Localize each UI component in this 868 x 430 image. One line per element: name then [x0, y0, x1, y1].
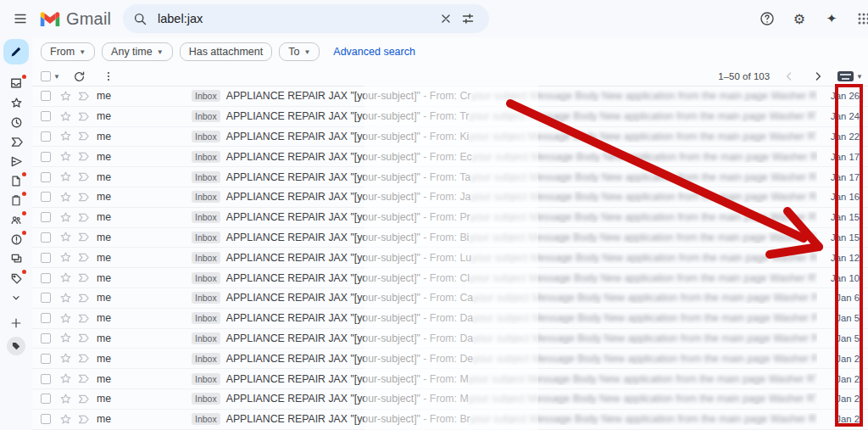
importance-marker-icon[interactable] — [76, 110, 91, 123]
row-checkbox[interactable] — [41, 111, 51, 121]
importance-marker-icon[interactable] — [76, 413, 91, 426]
star-icon[interactable] — [58, 170, 72, 183]
row-checkbox[interactable] — [41, 192, 51, 202]
sidebar-item-important[interactable] — [6, 135, 26, 148]
row-checkbox[interactable] — [41, 232, 51, 243]
filter-chip-to[interactable]: To▼ — [279, 42, 320, 61]
row-checkbox[interactable] — [41, 253, 51, 263]
sidebar-item-chats[interactable] — [6, 252, 26, 265]
email-row[interactable]: me Inbox APPLIANCE REPAIR JAX "[your-sub… — [32, 87, 868, 107]
star-icon[interactable] — [58, 312, 72, 325]
advanced-search-link[interactable]: Advanced search — [333, 46, 415, 58]
settings-gear-icon[interactable]: ⚙ — [787, 7, 811, 31]
older-page-icon[interactable] — [809, 67, 827, 86]
more-options-icon[interactable] — [99, 67, 118, 86]
add-label-icon[interactable] — [6, 316, 26, 330]
star-icon[interactable] — [58, 332, 72, 344]
select-all-checkbox[interactable] — [41, 71, 51, 81]
email-row[interactable]: me Inbox APPLIANCE REPAIR JAX "[your-sub… — [32, 187, 868, 208]
row-checkbox[interactable] — [41, 212, 51, 222]
newer-page-icon[interactable] — [780, 67, 798, 86]
email-row[interactable]: me Inbox APPLIANCE REPAIR JAX "[your-sub… — [32, 349, 868, 369]
email-row[interactable]: me Inbox APPLIANCE REPAIR JAX "[your-sub… — [32, 329, 868, 349]
filter-chip-any-time[interactable]: Any time▼ — [102, 42, 173, 61]
star-icon[interactable] — [58, 90, 72, 103]
row-checkbox[interactable] — [41, 313, 51, 323]
refresh-icon[interactable] — [70, 67, 89, 86]
importance-marker-icon[interactable] — [76, 271, 91, 284]
compose-button[interactable] — [3, 39, 29, 64]
star-icon[interactable] — [58, 231, 72, 243]
email-row[interactable]: me Inbox APPLIANCE REPAIR JAX "[your-sub… — [32, 410, 868, 430]
email-row[interactable]: me Inbox APPLIANCE REPAIR JAX "[your-sub… — [32, 288, 868, 309]
email-row[interactable]: me Inbox APPLIANCE REPAIR JAX "[your-sub… — [32, 228, 868, 249]
star-icon[interactable] — [58, 150, 72, 163]
sidebar-item-snoozed[interactable] — [6, 115, 26, 129]
search-icon[interactable] — [133, 12, 147, 26]
star-icon[interactable] — [58, 271, 72, 284]
importance-marker-icon[interactable] — [76, 130, 91, 142]
apps-grid-icon[interactable] — [852, 7, 868, 31]
importance-marker-icon[interactable] — [76, 352, 91, 365]
email-row[interactable]: me Inbox APPLIANCE REPAIR JAX "[your-sub… — [32, 309, 868, 329]
label-avatar[interactable] — [7, 337, 25, 355]
email-row[interactable]: me Inbox APPLIANCE REPAIR JAX "[your-sub… — [32, 248, 868, 268]
importance-marker-icon[interactable] — [76, 211, 91, 224]
star-icon[interactable] — [58, 372, 72, 385]
search-input[interactable] — [158, 12, 435, 25]
importance-marker-icon[interactable] — [76, 90, 91, 103]
importance-marker-icon[interactable] — [76, 292, 91, 304]
importance-marker-icon[interactable] — [76, 150, 91, 163]
importance-marker-icon[interactable] — [76, 393, 91, 405]
sidebar-item-starred[interactable] — [6, 96, 26, 109]
sidebar-item-more[interactable] — [6, 291, 26, 304]
row-checkbox[interactable] — [41, 91, 51, 101]
email-row[interactable]: me Inbox APPLIANCE REPAIR JAX "[your-sub… — [32, 107, 868, 127]
sidebar-item-contacts[interactable] — [6, 213, 26, 226]
importance-marker-icon[interactable] — [76, 332, 91, 344]
filter-chip-has-attachment[interactable]: Has attachment — [180, 42, 273, 61]
star-icon[interactable] — [58, 110, 72, 123]
select-all-control[interactable]: ▼ — [41, 71, 60, 81]
importance-marker-icon[interactable] — [76, 251, 91, 264]
input-tools-selector[interactable]: ▼ — [837, 71, 863, 81]
star-icon[interactable] — [58, 211, 72, 224]
row-checkbox[interactable] — [41, 152, 51, 162]
sidebar-item-scheduled[interactable] — [6, 193, 26, 207]
star-icon[interactable] — [58, 393, 72, 405]
sidebar-item-inbox[interactable] — [6, 76, 26, 90]
search-options-icon[interactable] — [457, 8, 479, 30]
star-icon[interactable] — [58, 413, 72, 426]
search-bar[interactable] — [123, 4, 489, 33]
row-checkbox[interactable] — [41, 394, 51, 404]
row-checkbox[interactable] — [41, 172, 51, 182]
sidebar-item-sent[interactable] — [6, 154, 26, 168]
importance-marker-icon[interactable] — [76, 312, 91, 325]
help-icon[interactable] — [755, 7, 779, 31]
gmail-logo[interactable]: Gmail — [39, 9, 111, 29]
email-row[interactable]: me Inbox APPLIANCE REPAIR JAX "[your-sub… — [32, 127, 868, 148]
email-row[interactable]: me Inbox APPLIANCE REPAIR JAX "[your-sub… — [32, 147, 868, 167]
row-checkbox[interactable] — [41, 273, 51, 283]
row-checkbox[interactable] — [41, 333, 51, 343]
row-checkbox[interactable] — [41, 414, 51, 424]
star-icon[interactable] — [58, 352, 72, 365]
row-checkbox[interactable] — [41, 374, 51, 384]
importance-marker-icon[interactable] — [76, 372, 91, 385]
sidebar-item-spam[interactable] — [6, 232, 26, 246]
importance-marker-icon[interactable] — [76, 191, 91, 204]
row-checkbox[interactable] — [41, 131, 51, 142]
email-row[interactable]: me Inbox APPLIANCE REPAIR JAX "[your-sub… — [32, 268, 868, 288]
menu-icon[interactable] — [3, 2, 37, 36]
email-row[interactable]: me Inbox APPLIANCE REPAIR JAX "[your-sub… — [32, 369, 868, 389]
row-checkbox[interactable] — [41, 354, 51, 364]
row-checkbox[interactable] — [41, 293, 51, 303]
star-icon[interactable] — [58, 251, 72, 264]
star-icon[interactable] — [58, 292, 72, 304]
importance-marker-icon[interactable] — [76, 170, 91, 183]
email-row[interactable]: me Inbox APPLIANCE REPAIR JAX "[your-sub… — [32, 167, 868, 187]
sidebar-item-labels[interactable] — [6, 271, 26, 285]
clear-search-icon[interactable] — [435, 8, 457, 30]
star-icon[interactable] — [58, 191, 72, 204]
importance-marker-icon[interactable] — [76, 231, 91, 243]
